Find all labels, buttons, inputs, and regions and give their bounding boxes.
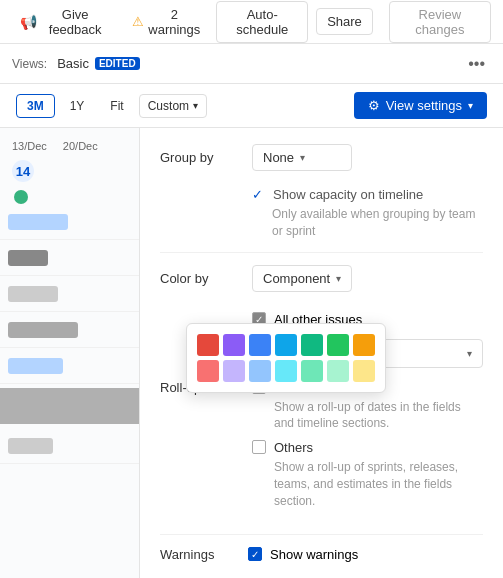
- custom-button[interactable]: Custom ▾: [139, 94, 207, 118]
- more-options-button[interactable]: •••: [462, 51, 491, 77]
- warnings-label: 2 warnings: [148, 7, 200, 37]
- timeline-controls: 3M 1Y Fit Custom ▾ ⚙ View settings ▾: [0, 84, 503, 128]
- group-by-value: None: [263, 150, 294, 165]
- view-settings-label: View settings: [386, 98, 462, 113]
- chevron-down-icon: ▾: [468, 100, 473, 111]
- color-swatch[interactable]: [301, 334, 323, 356]
- chevron-down-icon: ▾: [300, 152, 305, 163]
- rollup-row: Roll-up Dates Show a roll-up of dates in…: [160, 380, 483, 518]
- warnings-row: Warnings ✓ Show warnings: [160, 547, 483, 562]
- 3m-button[interactable]: 3M: [16, 94, 55, 118]
- group-by-select[interactable]: None ▾: [252, 144, 352, 171]
- give-feedback-label: Give feedback: [42, 7, 108, 37]
- chevron-down-icon: ▾: [193, 100, 198, 111]
- status-dot: [14, 190, 28, 204]
- color-picker-popup: [186, 323, 386, 393]
- show-warnings-checkbox[interactable]: ✓: [248, 547, 262, 561]
- review-changes-button[interactable]: Review changes: [389, 1, 491, 43]
- color-by-row: Color by Component ▾: [160, 265, 483, 292]
- dates-desc: Show a roll-up of dates in the fields an…: [274, 399, 483, 433]
- megaphone-icon: 📢: [20, 14, 37, 30]
- color-swatch[interactable]: [223, 360, 245, 382]
- 1y-button[interactable]: 1Y: [59, 94, 96, 118]
- timeline-row: [0, 204, 139, 240]
- secondary-toolbar: Views: Basic EDITED •••: [0, 44, 503, 84]
- timeline-row: [0, 276, 139, 312]
- color-swatch[interactable]: [353, 334, 375, 356]
- timeline-row: [0, 312, 139, 348]
- show-warnings-label: Show warnings: [270, 547, 358, 562]
- settings-panel: Group by None ▾ ✓ Show capacity on timel…: [140, 128, 503, 578]
- group-by-label: Group by: [160, 150, 240, 165]
- auto-schedule-button[interactable]: Auto-schedule: [216, 1, 308, 43]
- timeline-row: [0, 428, 139, 464]
- color-swatch[interactable]: [327, 334, 349, 356]
- color-by-label: Color by: [160, 271, 240, 286]
- group-by-row: Group by None ▾: [160, 144, 483, 171]
- warning-icon: ⚠: [132, 14, 144, 29]
- timeline-dates: 13/Dec 20/Dec: [0, 136, 139, 156]
- chevron-down-icon: ▾: [336, 273, 341, 284]
- top-toolbar: 📢 Give feedback ⚠ 2 warnings Auto-schedu…: [0, 0, 503, 44]
- color-swatch[interactable]: [275, 334, 297, 356]
- others-rollup-item: Others Show a roll-up of sprints, releas…: [252, 440, 483, 509]
- show-capacity-note: Only available when grouping by team or …: [272, 206, 483, 240]
- others-title: Others: [274, 440, 313, 455]
- timeline-block: [0, 388, 139, 424]
- color-by-value: Component: [263, 271, 330, 286]
- color-swatch[interactable]: [223, 334, 245, 356]
- warnings-button[interactable]: ⚠ 2 warnings: [124, 2, 208, 42]
- custom-label: Custom: [148, 99, 189, 113]
- current-date: 14: [12, 160, 34, 182]
- timeline-bar: [8, 358, 63, 374]
- color-grid-row2: [197, 360, 375, 382]
- sliders-icon: ⚙: [368, 98, 380, 113]
- give-feedback-button[interactable]: 📢 Give feedback: [12, 2, 116, 42]
- share-button[interactable]: Share: [316, 8, 373, 35]
- show-capacity-label: Show capacity on timeline: [273, 187, 423, 202]
- color-swatch[interactable]: [353, 360, 375, 382]
- color-swatch[interactable]: [197, 360, 219, 382]
- show-capacity-row: ✓ Show capacity on timeline: [252, 187, 483, 202]
- timeline-bar: [8, 286, 58, 302]
- color-grid: [197, 334, 375, 356]
- chevron-down-icon: ▾: [467, 348, 472, 359]
- warnings-label: Warnings: [160, 547, 240, 562]
- fit-button[interactable]: Fit: [99, 94, 134, 118]
- color-swatch[interactable]: [275, 360, 297, 382]
- timeline-row: [0, 348, 139, 384]
- color-swatch[interactable]: [249, 360, 271, 382]
- timeline-panel: 13/Dec 20/Dec 14: [0, 128, 140, 578]
- timeline-bar: [8, 250, 48, 266]
- view-name: Basic: [57, 56, 89, 71]
- timeline-bar: [8, 322, 78, 338]
- timeline-row: [0, 240, 139, 276]
- divider: [160, 534, 483, 535]
- others-desc: Show a roll-up of sprints, releases, tea…: [274, 459, 483, 509]
- color-swatch[interactable]: [249, 334, 271, 356]
- timeline-bar: [8, 214, 68, 230]
- color-swatch[interactable]: [327, 360, 349, 382]
- main-area: 13/Dec 20/Dec 14: [0, 128, 503, 578]
- color-by-select[interactable]: Component ▾: [252, 265, 352, 292]
- edited-badge: EDITED: [95, 57, 140, 70]
- views-label: Views:: [12, 57, 47, 71]
- checkmark-icon: ✓: [252, 187, 263, 202]
- color-swatch[interactable]: [197, 334, 219, 356]
- others-checkbox[interactable]: [252, 440, 266, 454]
- divider: [160, 252, 483, 253]
- color-swatch[interactable]: [301, 360, 323, 382]
- view-settings-button[interactable]: ⚙ View settings ▾: [354, 92, 487, 119]
- timeline-bar: [8, 438, 53, 454]
